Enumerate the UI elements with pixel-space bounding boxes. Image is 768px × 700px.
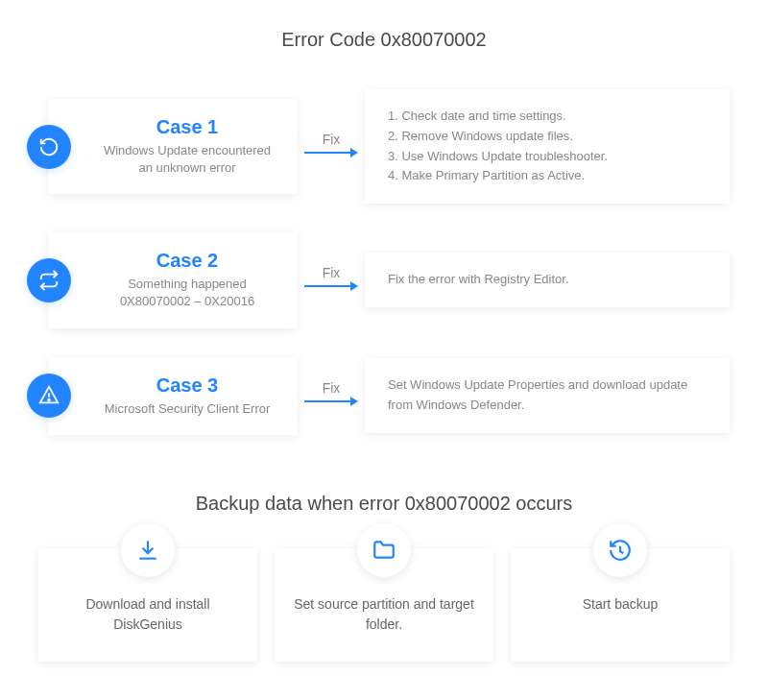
case-card-left: Case 2 Something happened 0X80070002 – 0… [48,232,298,327]
case-card-right: Set Windows Update Properties and downlo… [365,358,730,433]
case-row-1: Case 1 Windows Update encountered an unk… [38,89,730,204]
warning-icon [27,374,71,418]
clock-icon [593,523,647,577]
backup-row: Download and install DiskGenius Set sour… [38,548,730,662]
svg-marker-7 [350,397,358,406]
case-desc: Microsoft Security Client Error [96,400,278,418]
backup-card-clock: Start backup [511,548,730,662]
fix-arrow: Fix [298,380,365,411]
case-desc: Windows Update encountered an unknown er… [96,142,278,177]
case-card-right: Fix the error with Registry Editor. [365,253,730,307]
refresh-icon [27,125,71,169]
case-row-2: Case 2 Something happened 0X80070002 – 0… [38,232,730,327]
fix-arrow: Fix [298,265,365,296]
cases-container: Case 1 Windows Update encountered an unk… [38,89,730,435]
arrow-icon [302,392,360,411]
case-card-left: Case 1 Windows Update encountered an unk… [48,99,298,194]
svg-marker-3 [350,281,358,291]
svg-marker-1 [350,148,358,157]
backup-card-folder: Set source partition and target folder. [275,548,493,662]
case-desc: Something happened 0X80070002 – 0X20016 [96,276,278,310]
backup-label: Set source partition and target folder. [290,594,478,635]
page-title: Error Code 0x80070002 [38,29,730,51]
download-icon [121,523,175,577]
fix-arrow: Fix [298,132,365,162]
case-title: Case 2 [96,250,278,272]
case-title: Case 3 [96,374,278,397]
case-fix-text: 1. Check date and time settings. 2. Remo… [388,107,707,186]
backup-label: Start backup [526,594,714,615]
backup-subtitle: Backup data when error 0x80070002 occurs [38,493,730,515]
svg-point-5 [48,399,50,401]
arrow-icon [302,143,360,162]
backup-label: Download and install DiskGenius [54,594,242,635]
arrow-icon [302,277,360,296]
case-fix-text: Fix the error with Registry Editor. [388,270,707,290]
case-card-right: 1. Check date and time settings. 2. Remo… [365,89,730,204]
case-title: Case 1 [96,116,278,138]
backup-card-download: Download and install DiskGenius [38,548,257,662]
case-card-left: Case 3 Microsoft Security Client Error [48,357,298,435]
retweet-icon [27,258,71,302]
case-row-3: Case 3 Microsoft Security Client Error F… [38,357,730,435]
case-fix-text: Set Windows Update Properties and downlo… [388,375,707,416]
folder-icon [357,523,411,577]
